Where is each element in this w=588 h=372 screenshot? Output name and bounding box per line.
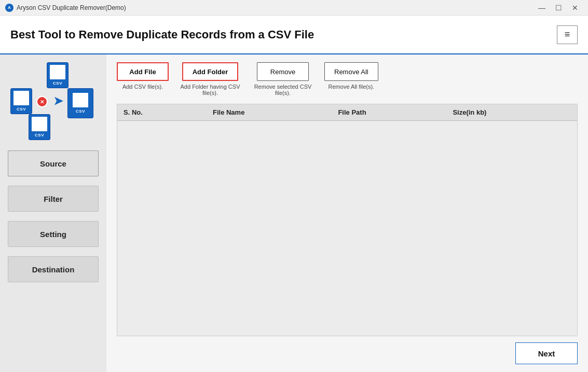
close-button[interactable]: ✕: [567, 3, 583, 13]
menu-button[interactable]: ≡: [557, 25, 578, 44]
add-file-button[interactable]: Add File: [117, 62, 169, 81]
csv-label-bottom: CSV: [35, 133, 44, 137]
add-file-item: Add File Add CSV file(s).: [117, 62, 169, 90]
title-bar: A Aryson CSV Duplicate Remover(Demo) — ☐…: [0, 0, 588, 16]
add-folder-button[interactable]: Add Folder: [182, 62, 239, 81]
remove-all-desc: Remove All file(s).: [329, 84, 375, 90]
title-bar-controls: — ☐ ✕: [534, 3, 583, 13]
add-folder-desc: Add Folder having CSV file(s).: [179, 84, 241, 96]
sidebar-illustration: CSV CSV ✕ ➤ CSV CSV: [8, 60, 99, 145]
sidebar-destination-label: Destination: [32, 265, 75, 274]
sidebar-item-setting[interactable]: Setting: [8, 221, 99, 247]
col-size: Size(in kb): [446, 104, 577, 121]
col-filepath: File Path: [332, 104, 446, 121]
page-title: Best Tool to Remove Duplicate Records fr…: [10, 28, 314, 42]
arrow-icon: ➤: [53, 94, 63, 108]
file-table-container: S. No. File Name File Path Size(in kb): [117, 104, 578, 336]
sidebar-item-destination[interactable]: Destination: [8, 256, 99, 282]
next-button[interactable]: Next: [515, 342, 578, 364]
csv-icon-mid-right: CSV: [67, 88, 93, 118]
toolbar-row: Add File Add CSV file(s). Add Folder Add…: [117, 62, 578, 96]
col-sno: S. No.: [117, 104, 207, 121]
csv-icon-mid-left: CSV: [10, 88, 32, 114]
col-filename: File Name: [207, 104, 332, 121]
app-title: Aryson CSV Duplicate Remover(Demo): [17, 4, 126, 11]
content-area: Add File Add CSV file(s). Add Folder Add…: [106, 54, 588, 372]
sidebar: CSV CSV ✕ ➤ CSV CSV Source Filter: [0, 54, 106, 372]
header: Best Tool to Remove Duplicate Records fr…: [0, 16, 588, 54]
remove-item: Remove Remove selected CSV file(s).: [252, 62, 314, 96]
sidebar-source-label: Source: [40, 159, 66, 168]
maximize-button[interactable]: ☐: [551, 3, 566, 13]
bottom-row: Next: [117, 342, 578, 364]
minimize-button[interactable]: —: [534, 3, 550, 13]
csv-label-mid-left: CSV: [17, 107, 26, 112]
add-folder-item: Add Folder Add Folder having CSV file(s)…: [179, 62, 241, 96]
csv-icon-top: CSV: [47, 62, 69, 88]
add-file-desc: Add CSV file(s).: [122, 84, 163, 90]
delete-badge: ✕: [36, 96, 48, 107]
remove-button[interactable]: Remove: [257, 62, 309, 81]
remove-desc: Remove selected CSV file(s).: [252, 84, 314, 96]
sidebar-filter-label: Filter: [44, 195, 63, 203]
title-bar-left: A Aryson CSV Duplicate Remover(Demo): [5, 4, 126, 12]
csv-label-mid-right: CSV: [76, 109, 85, 114]
table-header-row: S. No. File Name File Path Size(in kb): [117, 104, 577, 121]
csv-icon-bottom: CSV: [29, 114, 50, 140]
remove-all-button[interactable]: Remove All: [324, 62, 378, 81]
sidebar-item-source[interactable]: Source: [8, 150, 99, 176]
file-table: S. No. File Name File Path Size(in kb): [117, 104, 577, 121]
sidebar-item-filter[interactable]: Filter: [8, 186, 99, 212]
csv-label-top: CSV: [53, 81, 62, 86]
sidebar-setting-label: Setting: [40, 230, 66, 239]
app-logo: A: [5, 4, 13, 12]
main-layout: CSV CSV ✕ ➤ CSV CSV Source Filter: [0, 54, 588, 372]
remove-all-item: Remove All Remove All file(s).: [324, 62, 378, 90]
